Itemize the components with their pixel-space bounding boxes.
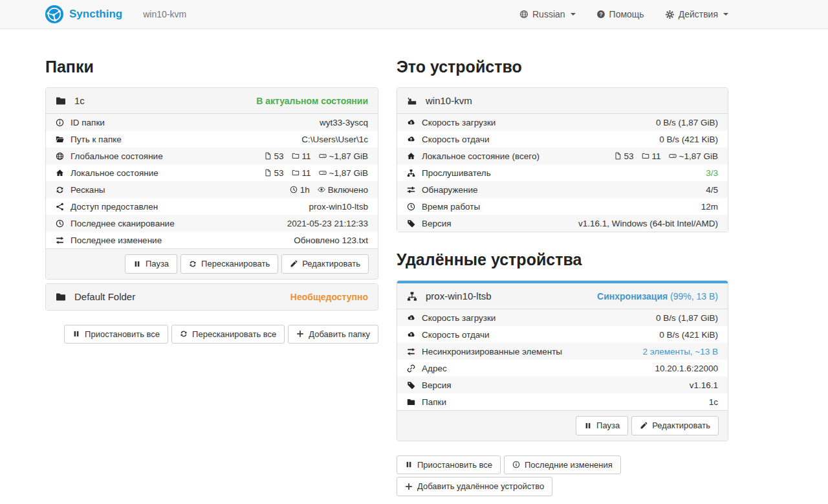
file-icon	[264, 152, 272, 160]
remote-devices-title: Удалённые устройства	[397, 250, 728, 269]
folder-1c-header[interactable]: 1c В актуальном состоянии	[46, 88, 378, 114]
help-menu[interactable]: Помощь	[596, 9, 644, 19]
remote-row-download: Скорость загрузки 0 B/s (1,87 GiB)	[397, 309, 728, 326]
button-label: Добавить папку	[309, 329, 370, 340]
eye-icon	[318, 186, 325, 193]
pause-icon	[405, 461, 413, 468]
size-value: ~1,87 GiB	[329, 168, 368, 178]
row-label: Локальное состояние (всего)	[422, 151, 539, 161]
row-label: Версия	[422, 380, 452, 390]
plus-icon	[296, 330, 304, 338]
row-label: Ресканы	[71, 185, 105, 195]
status-text: Синхронизация	[597, 291, 668, 301]
row-label: Скорость загрузки	[422, 313, 496, 323]
pause-icon	[133, 260, 141, 268]
folder-row-last-change: Последнее изменение Обновлено 123.txt	[46, 232, 378, 248]
rescan-all-folders-button[interactable]: Пересканировать все	[171, 325, 285, 344]
row-value: prox-win10-ltsb	[309, 202, 368, 212]
row-label: Прослушиватель	[422, 168, 491, 178]
cloud-upload-icon	[407, 331, 417, 339]
remote-row-unsynced: Несинхронизированные элементы 2 элементы…	[397, 343, 728, 360]
row-label: Глобальное состояние	[71, 151, 163, 161]
pencil-icon	[640, 422, 648, 430]
remote-device-footer: Пауза Редактировать	[397, 410, 728, 441]
folder-name: 1c	[74, 95, 85, 106]
button-label: Редактировать	[652, 421, 710, 431]
row-value: 10.20.1.6:22000	[655, 364, 718, 373]
device-row-upload: Скорость отдачи 0 B/s (421 KiB)	[397, 131, 728, 148]
hdd-icon	[669, 152, 677, 160]
pause-folder-button[interactable]: Пауза	[125, 254, 177, 274]
row-label: Адрес	[422, 364, 447, 373]
cloud-download-icon	[407, 314, 417, 322]
dirs-count: 11	[302, 168, 311, 178]
pause-all-devices-button[interactable]: Приостановить все	[397, 455, 501, 475]
size-value: ~1,87 GiB	[679, 151, 718, 161]
folder-row-path: Путь к папке C:\Users\User\1c	[46, 131, 378, 148]
remote-device-panel: prox-win10-ltsb Синхронизация (99%, 13 B…	[397, 280, 728, 441]
pause-icon	[72, 330, 80, 338]
device-row-version: Версия v1.16.1, Windows (64-bit Intel/AM…	[397, 215, 728, 232]
dirs-count: 11	[302, 151, 311, 161]
button-label: Приостановить все	[417, 460, 492, 470]
row-value: wyt33-3yscq	[320, 118, 368, 127]
language-menu[interactable]: Russian	[519, 9, 576, 19]
this-device-name: win10-kvm	[426, 95, 472, 106]
device-row-listeners: Прослушиватель 3/3	[397, 164, 728, 181]
home-icon	[407, 152, 417, 160]
files-count: 53	[624, 151, 634, 161]
file-icon	[264, 169, 272, 177]
row-label: Доступ предоставлен	[71, 202, 158, 212]
device-row-download: Скорость загрузки 0 B/s (1,87 GiB)	[397, 114, 728, 131]
syncthing-logo-brand[interactable]: Syncthing	[45, 5, 122, 23]
pencil-icon	[290, 260, 298, 268]
folder-row-id: ID папки wyt33-3yscq	[46, 114, 378, 131]
edit-folder-button[interactable]: Редактировать	[281, 254, 369, 274]
device-row-discovery: Обнаружение 4/5	[397, 181, 728, 198]
folder-default-header[interactable]: Default Folder Необщедоступно	[46, 284, 378, 310]
remote-device-icon	[407, 291, 417, 301]
remote-actions-row-1: Приостановить все Последние изменения	[397, 455, 728, 475]
row-label: Последнее изменение	[71, 236, 162, 245]
row-value: 0 B/s (421 KiB)	[659, 135, 718, 144]
remote-row-address: Адрес 10.20.1.6:22000	[397, 360, 728, 377]
this-device-header[interactable]: win10-kvm	[397, 88, 728, 114]
exchange-icon	[56, 236, 66, 245]
remote-actions-row-2: Добавить удалённое устройство	[397, 477, 728, 496]
button-label: Пауза	[596, 421, 620, 431]
add-remote-device-button[interactable]: Добавить удалённое устройство	[397, 477, 552, 496]
actions-menu[interactable]: Действия	[665, 9, 728, 19]
row-value: C:\Users\User\1c	[301, 135, 368, 144]
rescan-folder-button[interactable]: Пересканировать	[180, 254, 278, 274]
remote-device-header[interactable]: prox-win10-ltsb Синхронизация (99%, 13 B…	[397, 283, 728, 309]
folder-status-badge: Необщедоступно	[290, 292, 368, 302]
folder-status-badge: В актуальном состоянии	[256, 96, 368, 106]
globe-icon	[519, 10, 528, 19]
folder-row-last-scan: Последнее сканирование 2021-05-23 21:12:…	[46, 215, 378, 232]
add-folder-button[interactable]: Добавить папку	[288, 325, 378, 344]
folder-icon	[407, 398, 417, 406]
exchange-icon	[407, 347, 417, 356]
row-label: Скорость отдачи	[422, 330, 490, 340]
recent-changes-button[interactable]: Последние изменения	[504, 455, 621, 475]
folder-row-shared-with: Доступ предоставлен prox-win10-ltsb	[46, 198, 378, 215]
pause-all-folders-button[interactable]: Приостановить все	[64, 325, 168, 344]
row-value: v1.16.1	[690, 380, 718, 390]
button-label: Последние изменения	[525, 460, 613, 470]
unsynced-items-link[interactable]: 2 элементы, ~13 B	[642, 347, 718, 356]
info-circle-icon	[512, 461, 520, 468]
rescan-interval: 1h	[300, 185, 310, 195]
folder-panel-default: Default Folder Необщедоступно	[45, 283, 378, 311]
row-value: 0 B/s (1,87 GiB)	[656, 313, 718, 323]
this-device-panel: win10-kvm Скорость загрузки 0 B/s (1,87 …	[397, 87, 728, 232]
edit-device-button[interactable]: Редактировать	[631, 416, 719, 435]
button-label: Добавить удалённое устройство	[417, 481, 544, 492]
share-icon	[56, 203, 66, 211]
row-value: 0 B/s (421 KiB)	[659, 330, 718, 340]
button-label: Пересканировать все	[192, 329, 276, 340]
folder-row-rescans: Ресканы 1h Включено	[46, 181, 378, 198]
pause-device-button[interactable]: Пауза	[576, 416, 628, 435]
row-value: Обновлено 123.txt	[294, 236, 368, 245]
navbar: Syncthing win10-kvm Russian Помощь Дейст…	[0, 0, 828, 29]
folder-icon	[56, 96, 66, 106]
